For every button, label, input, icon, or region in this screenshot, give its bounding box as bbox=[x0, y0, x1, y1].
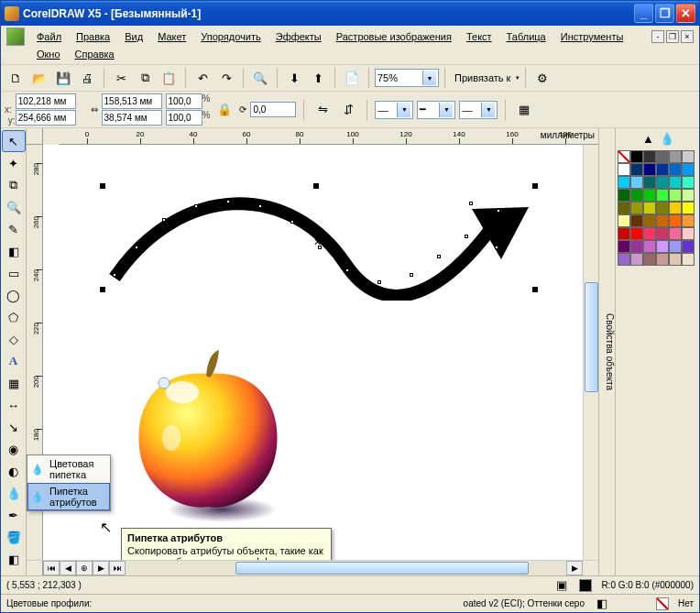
basic-shapes-tool[interactable]: ◇ bbox=[2, 328, 26, 350]
palette-swatch[interactable] bbox=[669, 189, 682, 202]
page-add[interactable]: ⊕ bbox=[76, 561, 93, 575]
scale-x-input[interactable]: 100,0 bbox=[166, 93, 202, 109]
horizontal-scrollbar[interactable] bbox=[126, 561, 566, 575]
palette-swatch[interactable] bbox=[630, 189, 643, 202]
menu-view[interactable]: Вид bbox=[118, 28, 149, 45]
palette-swatch[interactable] bbox=[682, 227, 695, 240]
outline-swatch[interactable] bbox=[656, 597, 669, 610]
palette-swatch[interactable] bbox=[618, 176, 630, 189]
menu-tools[interactable]: Инструменты bbox=[554, 28, 630, 45]
snap-label[interactable]: Привязать к bbox=[451, 72, 514, 83]
flyout-color-eyedropper[interactable]: 💧 Цветовая пипетка bbox=[27, 455, 110, 483]
blend-tool[interactable]: ◉ bbox=[2, 438, 26, 460]
table-tool[interactable]: ▦ bbox=[2, 372, 26, 394]
fill-tool[interactable]: 🪣 bbox=[2, 526, 26, 548]
lock-ratio-button[interactable]: 🔒 bbox=[213, 99, 235, 121]
palette-swatch[interactable] bbox=[618, 227, 630, 240]
menu-edit[interactable]: Правка bbox=[70, 28, 116, 45]
line-start-combo[interactable]: —▼ bbox=[375, 101, 413, 119]
page-prev[interactable]: ◀ bbox=[60, 561, 76, 575]
palette-swatch[interactable] bbox=[630, 253, 643, 266]
wrap-text-button[interactable]: ▦ bbox=[513, 99, 535, 121]
line-end-combo[interactable]: —▼ bbox=[459, 101, 498, 119]
palette-swatch[interactable] bbox=[682, 176, 695, 189]
menu-table[interactable]: Таблица bbox=[500, 28, 552, 45]
minimize-button[interactable]: _ bbox=[634, 4, 653, 23]
canvas[interactable]: ✕ bbox=[43, 145, 583, 560]
arrow-curve-object[interactable] bbox=[107, 191, 547, 301]
ellipse-tool[interactable]: ◯ bbox=[2, 284, 26, 306]
ruler-origin[interactable] bbox=[27, 128, 43, 145]
docker-object-properties[interactable]: Свойства объекта bbox=[599, 128, 616, 575]
rectangle-tool[interactable]: ▭ bbox=[2, 262, 26, 284]
vertical-scrollbar[interactable] bbox=[583, 145, 598, 560]
color-proof-icon[interactable]: ◧ bbox=[594, 597, 610, 611]
horizontal-ruler[interactable]: миллиметры 020406080100120140160180 bbox=[60, 128, 598, 145]
zoom-combo[interactable]: 75%▼ bbox=[375, 69, 439, 87]
publish-pdf-button[interactable]: 📄 bbox=[341, 67, 363, 89]
palette-swatch[interactable] bbox=[643, 202, 656, 214]
options-button[interactable]: ⚙ bbox=[531, 67, 553, 89]
zoom-tool[interactable]: 🔍 bbox=[2, 196, 26, 218]
line-style-combo[interactable]: ━▼ bbox=[417, 101, 455, 119]
palette-swatch[interactable] bbox=[656, 253, 669, 266]
width-input[interactable]: 158,513 мм bbox=[102, 93, 162, 109]
new-button[interactable]: 🗋 bbox=[5, 67, 27, 89]
palette-swatch[interactable] bbox=[618, 214, 630, 227]
maximize-button[interactable]: ❐ bbox=[655, 4, 674, 23]
save-button[interactable]: 💾 bbox=[52, 67, 74, 89]
search-button[interactable]: 🔍 bbox=[249, 67, 271, 89]
menu-text[interactable]: Текст bbox=[460, 28, 498, 45]
palette-swatch[interactable] bbox=[656, 163, 669, 176]
menu-help[interactable]: Справка bbox=[69, 46, 121, 62]
apple-image[interactable]: ԶԼ bbox=[116, 346, 300, 530]
palette-swatch[interactable] bbox=[669, 150, 682, 163]
palette-swatch[interactable] bbox=[643, 150, 656, 163]
mdi-restore[interactable]: ❐ bbox=[666, 30, 679, 43]
menu-effects[interactable]: Эффекты bbox=[269, 28, 328, 45]
palette-swatch[interactable] bbox=[682, 150, 695, 163]
palette-swatch[interactable] bbox=[643, 214, 656, 227]
mirror-h-button[interactable]: ⇋ bbox=[312, 99, 334, 121]
fill-swatch[interactable] bbox=[579, 579, 592, 592]
menu-arrange[interactable]: Упорядочить bbox=[194, 28, 267, 45]
mirror-v-button[interactable]: ⇵ bbox=[337, 99, 359, 121]
palette-swatch[interactable] bbox=[643, 176, 656, 189]
export-button[interactable]: ⬆ bbox=[307, 67, 329, 89]
smart-fill-tool[interactable]: ◧ bbox=[2, 240, 26, 262]
rotation-input[interactable]: 0,0 bbox=[250, 102, 296, 117]
palette-swatch[interactable] bbox=[618, 150, 630, 163]
palette-swatch[interactable] bbox=[669, 202, 682, 214]
palette-swatch[interactable] bbox=[682, 163, 695, 176]
palette-swatch[interactable] bbox=[618, 189, 630, 202]
y-input[interactable]: 254,666 мм bbox=[16, 110, 76, 126]
menu-file[interactable]: Файл bbox=[30, 28, 68, 45]
undo-button[interactable]: ↶ bbox=[191, 67, 213, 89]
treat-as-filled-icon[interactable]: ▣ bbox=[553, 578, 570, 593]
cut-button[interactable]: ✂ bbox=[110, 67, 132, 89]
palette-swatch[interactable] bbox=[618, 240, 630, 253]
mdi-minimize[interactable]: - bbox=[651, 30, 664, 43]
scroll-right[interactable]: ▶ bbox=[566, 561, 583, 575]
palette-swatch[interactable] bbox=[656, 176, 669, 189]
palette-swatch[interactable] bbox=[630, 227, 643, 240]
menu-bitmaps[interactable]: Растровые изображения bbox=[330, 28, 458, 45]
palette-swatch[interactable] bbox=[682, 214, 695, 227]
outline-tool[interactable]: ✒ bbox=[2, 504, 26, 526]
interactive-fill-tool[interactable]: ◧ bbox=[2, 548, 26, 570]
page-last[interactable]: ⏭ bbox=[109, 561, 126, 575]
page-next[interactable]: ▶ bbox=[93, 561, 109, 575]
close-button[interactable]: ✕ bbox=[676, 4, 695, 23]
text-tool[interactable]: A bbox=[2, 350, 26, 372]
shape-tool[interactable]: ✦ bbox=[2, 152, 26, 174]
palette-prev-icon[interactable]: ▲ bbox=[640, 130, 657, 147]
palette-swatch[interactable] bbox=[618, 202, 630, 214]
x-input[interactable]: 102,218 мм bbox=[16, 93, 76, 109]
palette-swatch[interactable] bbox=[682, 202, 695, 214]
palette-swatch[interactable] bbox=[643, 240, 656, 253]
mdi-close[interactable]: × bbox=[681, 30, 694, 43]
palette-swatch[interactable] bbox=[669, 253, 682, 266]
palette-swatch[interactable] bbox=[656, 202, 669, 214]
palette-swatch[interactable] bbox=[643, 189, 656, 202]
height-input[interactable]: 38,574 мм bbox=[102, 110, 162, 126]
